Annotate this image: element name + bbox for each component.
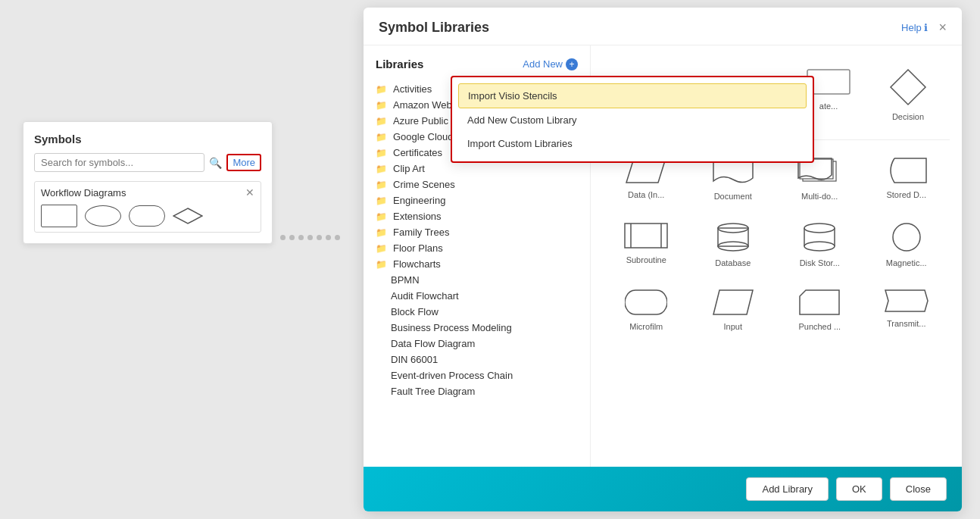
library-item-engineering[interactable]: 📁 Engineering	[376, 192, 578, 208]
svg-marker-17	[713, 290, 753, 314]
dot	[326, 235, 331, 240]
symbol-cell-subroutine[interactable]: Subroutine	[603, 211, 690, 278]
libraries-header: Libraries Add New +	[376, 58, 578, 70]
folder-icon: 📁	[376, 116, 387, 127]
folder-icon: 📁	[376, 180, 387, 190]
folder-icon: 📁	[376, 132, 387, 142]
search-input[interactable]	[34, 153, 204, 172]
shape-diamond-small[interactable]	[173, 208, 203, 224]
modal-footer: Add Library OK Close	[364, 467, 962, 511]
library-item-floorplans[interactable]: 📁 Floor Plans	[376, 240, 578, 256]
sub-item-dfd[interactable]: Data Flow Diagram	[376, 336, 578, 352]
folder-icon: 📁	[376, 195, 387, 206]
dropdown-item-custom-lib[interactable]: Add New Custom Library	[458, 108, 807, 132]
folder-icon: 📁	[376, 243, 387, 254]
dot	[289, 235, 295, 240]
dots-row	[280, 235, 340, 240]
folder-icon: 📁	[376, 227, 387, 238]
symbol-cell-decision[interactable]: Decision	[866, 58, 950, 132]
symbol-cell-microfilm[interactable]: Microfilm	[603, 278, 690, 342]
library-item-flowcharts[interactable]: 📁 Flowcharts	[376, 256, 578, 272]
shape-rectangle[interactable]	[41, 205, 77, 227]
svg-marker-18	[800, 290, 839, 314]
svg-point-16	[893, 224, 920, 251]
library-item-crime[interactable]: 📁 Crime Scenes	[376, 177, 578, 192]
svg-point-15	[804, 242, 835, 251]
dot	[335, 235, 340, 240]
symbol-cell-punched[interactable]: Punched ...	[776, 278, 863, 342]
folder-icon: 📁	[376, 211, 387, 222]
modal-close-button[interactable]: ×	[938, 20, 947, 36]
library-item-clipart[interactable]: 📁 Clip Art	[376, 161, 578, 177]
symbol-cell-diskstor[interactable]: Disk Stor...	[776, 211, 863, 278]
workflow-close[interactable]: ✕	[245, 186, 254, 199]
dropdown-item-import-custom[interactable]: Import Custom Libraries	[458, 132, 807, 155]
sub-item-bpmn[interactable]: BPMN	[376, 272, 578, 288]
workflow-label: Workflow Diagrams	[41, 187, 126, 199]
help-link[interactable]: Help ℹ	[901, 22, 928, 33]
close-button[interactable]: Close	[890, 477, 947, 501]
library-item-family[interactable]: 📁 Family Trees	[376, 224, 578, 240]
folder-icon: 📁	[376, 259, 387, 270]
dot	[317, 235, 322, 240]
dot	[298, 235, 304, 240]
modal-title: Symbol Libraries	[379, 20, 489, 36]
symbol-cell-input[interactable]: Input	[690, 278, 777, 342]
folder-icon: 📁	[376, 84, 387, 95]
add-library-button[interactable]: Add Library	[746, 477, 828, 501]
modal-header: Symbol Libraries Help ℹ ×	[364, 8, 962, 45]
modal-header-right: Help ℹ ×	[901, 20, 947, 36]
shape-ellipse[interactable]	[85, 205, 121, 227]
add-new-button[interactable]: Add New +	[523, 58, 578, 70]
svg-marker-0	[173, 208, 202, 224]
sub-item-fault[interactable]: Fault Tree Diagram	[376, 383, 578, 399]
sub-item-bpm[interactable]: Business Process Modeling	[376, 320, 578, 336]
sub-item-block[interactable]: Block Flow	[376, 304, 578, 320]
folder-icon: 📁	[376, 100, 387, 111]
more-button[interactable]: More	[226, 154, 261, 171]
sub-item-din[interactable]: DIN 66001	[376, 352, 578, 367]
dropdown-item-visio[interactable]: Import Visio Stencils	[458, 83, 807, 108]
library-item-extensions[interactable]: 📁 Extensions	[376, 208, 578, 224]
symbol-cell-storeddata[interactable]: Stored D...	[863, 146, 950, 211]
symbols-grid: Data (In... Document Multi-do...	[603, 146, 950, 342]
svg-marker-2	[891, 70, 925, 105]
sub-item-epc[interactable]: Event-driven Process Chain	[376, 367, 578, 383]
sub-item-audit[interactable]: Audit Flowchart	[376, 288, 578, 304]
folder-icon: 📁	[376, 164, 387, 174]
dot	[307, 235, 313, 240]
workflow-section: Workflow Diagrams ✕	[34, 181, 261, 233]
workflow-header: Workflow Diagrams ✕	[41, 186, 254, 199]
symbols-title: Symbols	[34, 133, 261, 145]
ok-button[interactable]: OK	[836, 477, 882, 501]
search-row: 🔍 More	[34, 153, 261, 172]
libraries-title: Libraries	[376, 58, 423, 70]
dot	[280, 235, 286, 240]
symbols-sidebar: Symbols 🔍 More Workflow Diagrams ✕	[23, 121, 273, 244]
folder-icon: 📁	[376, 148, 387, 158]
svg-point-12	[804, 224, 835, 233]
add-new-plus-icon: +	[566, 58, 578, 70]
symbol-cell-magnetic[interactable]: Magnetic...	[863, 211, 950, 278]
shape-row	[41, 205, 254, 227]
search-button[interactable]: 🔍	[209, 157, 222, 169]
shape-rounded-rect[interactable]	[129, 205, 165, 227]
symbol-cell-transmit[interactable]: Transmit...	[863, 278, 950, 342]
symbol-cell-database[interactable]: Database	[690, 211, 777, 278]
add-new-dropdown: Import Visio Stencils Add New Custom Lib…	[451, 76, 814, 163]
